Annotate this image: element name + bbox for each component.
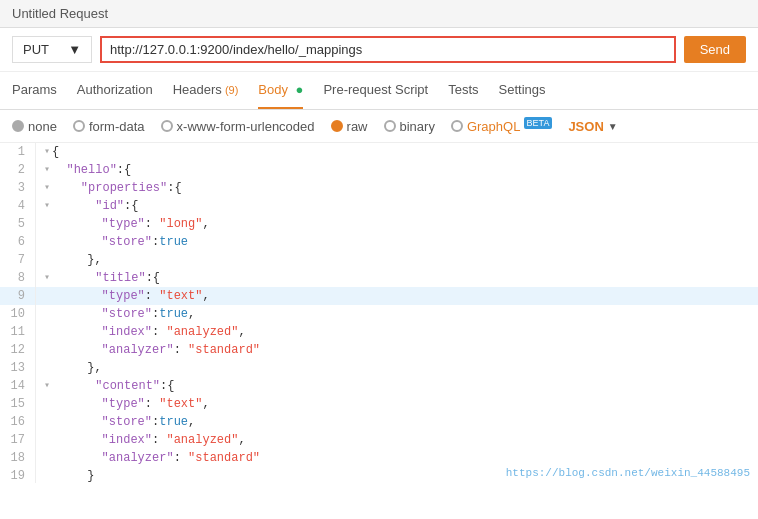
radio-form-data-dot bbox=[73, 120, 85, 132]
radio-none[interactable]: none bbox=[12, 119, 57, 134]
code-line-4: 4▾ "id":{ bbox=[0, 197, 758, 215]
radio-graphql-dot bbox=[451, 120, 463, 132]
request-bar: PUT ▼ Send bbox=[0, 28, 758, 72]
method-label: PUT bbox=[23, 42, 49, 57]
radio-binary-dot bbox=[384, 120, 396, 132]
body-dot-icon: ● bbox=[296, 82, 304, 97]
radio-form-data-label: form-data bbox=[89, 119, 145, 134]
tab-params[interactable]: Params bbox=[12, 72, 57, 109]
url-input-container bbox=[100, 36, 676, 63]
code-line-15: 15 "type": "text", bbox=[0, 395, 758, 413]
code-line-9: 9 "type": "text", bbox=[0, 287, 758, 305]
radio-none-label: none bbox=[28, 119, 57, 134]
code-line-12: 12 "analyzer": "standard" bbox=[0, 341, 758, 359]
code-line-1: 1▾{ bbox=[0, 143, 758, 161]
tabs-bar: Params Authorization Headers (9) Body ● … bbox=[0, 72, 758, 110]
code-line-8: 8▾ "title":{ bbox=[0, 269, 758, 287]
radio-raw[interactable]: raw bbox=[331, 119, 368, 134]
radio-none-dot bbox=[12, 120, 24, 132]
sub-tabs: none form-data x-www-form-urlencoded raw… bbox=[0, 110, 758, 143]
json-label: JSON bbox=[568, 119, 603, 134]
code-line-3: 3▾ "properties":{ bbox=[0, 179, 758, 197]
tab-tests[interactable]: Tests bbox=[448, 72, 478, 109]
send-button[interactable]: Send bbox=[684, 36, 746, 63]
beta-badge: BETA bbox=[524, 117, 553, 129]
radio-urlencoded[interactable]: x-www-form-urlencoded bbox=[161, 119, 315, 134]
tab-prerequest[interactable]: Pre-request Script bbox=[323, 72, 428, 109]
code-line-14: 14▾ "content":{ bbox=[0, 377, 758, 395]
tab-authorization[interactable]: Authorization bbox=[77, 72, 153, 109]
radio-raw-label: raw bbox=[347, 119, 368, 134]
code-line-10: 10 "store":true, bbox=[0, 305, 758, 323]
code-line-6: 6 "store":true bbox=[0, 233, 758, 251]
radio-urlencoded-dot bbox=[161, 120, 173, 132]
code-line-17: 17 "index": "analyzed", bbox=[0, 431, 758, 449]
format-selector[interactable]: JSON ▼ bbox=[568, 119, 617, 134]
radio-graphql-label: GraphQL BETA bbox=[467, 118, 552, 134]
tab-headers[interactable]: Headers (9) bbox=[173, 72, 239, 109]
code-line-13: 13 }, bbox=[0, 359, 758, 377]
code-line-16: 16 "store":true, bbox=[0, 413, 758, 431]
code-line-2: 2▾ "hello":{ bbox=[0, 161, 758, 179]
code-line-18: 18 "analyzer": "standard" bbox=[0, 449, 758, 467]
tab-settings[interactable]: Settings bbox=[499, 72, 546, 109]
radio-urlencoded-label: x-www-form-urlencoded bbox=[177, 119, 315, 134]
radio-raw-dot bbox=[331, 120, 343, 132]
radio-graphql[interactable]: GraphQL BETA bbox=[451, 118, 552, 134]
dropdown-arrow-icon: ▼ bbox=[608, 121, 618, 132]
code-line-5: 5 "type": "long", bbox=[0, 215, 758, 233]
watermark: https://blog.csdn.net/weixin_44588495 bbox=[506, 467, 750, 479]
radio-binary-label: binary bbox=[400, 119, 435, 134]
url-input[interactable] bbox=[110, 42, 666, 57]
radio-form-data[interactable]: form-data bbox=[73, 119, 145, 134]
code-area: 1▾{2▾ "hello":{3▾ "properties":{4▾ "id":… bbox=[0, 143, 758, 483]
method-arrow-icon: ▼ bbox=[68, 42, 81, 57]
code-line-7: 7 }, bbox=[0, 251, 758, 269]
radio-binary[interactable]: binary bbox=[384, 119, 435, 134]
page-title: Untitled Request bbox=[12, 6, 108, 21]
tab-body[interactable]: Body ● bbox=[258, 72, 303, 109]
title-bar: Untitled Request bbox=[0, 0, 758, 28]
method-select[interactable]: PUT ▼ bbox=[12, 36, 92, 63]
code-line-11: 11 "index": "analyzed", bbox=[0, 323, 758, 341]
